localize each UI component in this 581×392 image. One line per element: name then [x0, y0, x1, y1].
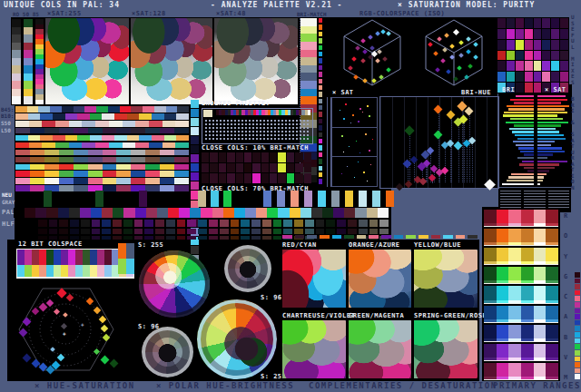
swatch [443, 235, 453, 239]
bar [537, 167, 555, 169]
footer-primary-ranges[interactable]: PRIMARY RANGES [493, 382, 581, 390]
bar [537, 108, 565, 110]
map-sat-48[interactable] [214, 18, 298, 104]
half-swatch [49, 220, 58, 227]
half-swatch [70, 220, 79, 227]
bar [537, 161, 567, 162]
band-light [484, 261, 558, 264]
half-swatch [102, 236, 111, 240]
swatch [176, 113, 189, 120]
swatch [24, 65, 33, 74]
indexed-palette-strip[interactable] [213, 110, 310, 115]
band-main [484, 229, 558, 242]
swatch [59, 164, 74, 171]
data-point [350, 122, 351, 123]
swatch [174, 150, 189, 156]
map-sat-128[interactable] [131, 18, 212, 104]
swatch [30, 164, 44, 171]
bar-row [537, 124, 571, 126]
saturation-model-toggle[interactable]: × SATURATION MODEL: PURITY [398, 1, 535, 9]
comp-panel-yellow-blue[interactable] [414, 250, 478, 308]
bar [520, 151, 534, 152]
comp-panel-red-cyan[interactable] [282, 250, 346, 308]
swatch [15, 121, 29, 127]
swatch [131, 128, 145, 134]
swatch [256, 208, 267, 218]
neutral-pair [331, 191, 340, 207]
sat255-tab[interactable]: ×SAT:255 [47, 10, 82, 17]
swatch [44, 178, 59, 184]
comp-panel-green-magenta[interactable] [349, 320, 411, 378]
bar [513, 141, 534, 142]
palette-slot-grid[interactable] [204, 119, 310, 141]
bar [537, 122, 568, 123]
mix-cell [287, 152, 294, 162]
mix-cell [126, 259, 134, 274]
bar [537, 99, 567, 101]
half-swatch [305, 229, 314, 234]
swatch [149, 121, 162, 127]
bar-row [500, 122, 534, 123]
neutral-pair [386, 191, 394, 207]
swatch [74, 178, 88, 184]
swatch [278, 208, 289, 218]
data-point [375, 58, 380, 64]
neutral-pair [372, 191, 380, 207]
data-point [101, 356, 110, 365]
useful-mixes-grid[interactable] [497, 18, 568, 93]
swatch [131, 164, 145, 171]
mix-cell [534, 72, 542, 82]
half-swatch [49, 236, 58, 240]
swatch [29, 142, 43, 149]
bar [506, 122, 534, 123]
swatch [24, 43, 33, 51]
app-title: - ANALYZE PALETTE V2.21 - [211, 1, 342, 9]
swatch [145, 150, 160, 156]
swatch [84, 106, 96, 113]
mix-cell [516, 72, 524, 82]
data-point [341, 173, 342, 174]
polar-ref-cross: + [81, 321, 84, 328]
pal-strip[interactable] [14, 208, 389, 218]
close-cols-grid[interactable] [202, 152, 311, 183]
swatch [12, 96, 21, 104]
bar-row [500, 170, 534, 172]
swatch [174, 164, 189, 171]
selected-swatch[interactable] [203, 110, 212, 117]
swatch [12, 34, 21, 43]
swatch [88, 171, 103, 177]
bar [510, 99, 534, 101]
swatch [174, 157, 189, 163]
colspace-row-bright [17, 265, 133, 277]
swatch [319, 112, 322, 116]
footer-polar-hue-brightness[interactable]: × POLAR HUE-BRIGHTNESS [156, 382, 294, 390]
sat-scatter-box-1 [331, 97, 378, 128]
bar [524, 167, 534, 169]
sat128-tab[interactable]: ×SAT:128 [132, 10, 166, 17]
bri-match-label: BRI-MATCH [297, 11, 327, 17]
comp-panel-spring-green-rose[interactable] [414, 320, 478, 378]
swatch [69, 121, 83, 127]
data-point [386, 31, 391, 36]
footer-hue-saturation[interactable]: × HUE-SATURATION [34, 382, 135, 390]
swatch [135, 121, 149, 127]
comp-panel-orange-azure[interactable] [349, 250, 411, 308]
bar-row [537, 176, 571, 178]
bri-saturation-vertical-label: BRI & SATURATION [571, 96, 575, 191]
footer-complementaries[interactable]: COMPLEMENTARIES / DESATURATION [309, 382, 497, 390]
swatch [15, 150, 30, 156]
wheel-s255-top [139, 250, 210, 318]
mix-cell [304, 163, 311, 173]
mix-cell [551, 51, 559, 61]
sat48-tab[interactable]: ×SAT:48 [216, 10, 246, 17]
mix-cell [227, 173, 234, 183]
swatch [168, 208, 179, 218]
swatch [267, 208, 278, 218]
mix-cell [507, 40, 515, 50]
swatch [12, 50, 21, 58]
strip-row [15, 106, 189, 113]
bar-row [537, 114, 571, 116]
swatch [54, 250, 61, 265]
comp-panel-chartreuse-violet[interactable] [282, 320, 346, 378]
map-sat-255[interactable] [45, 18, 129, 104]
